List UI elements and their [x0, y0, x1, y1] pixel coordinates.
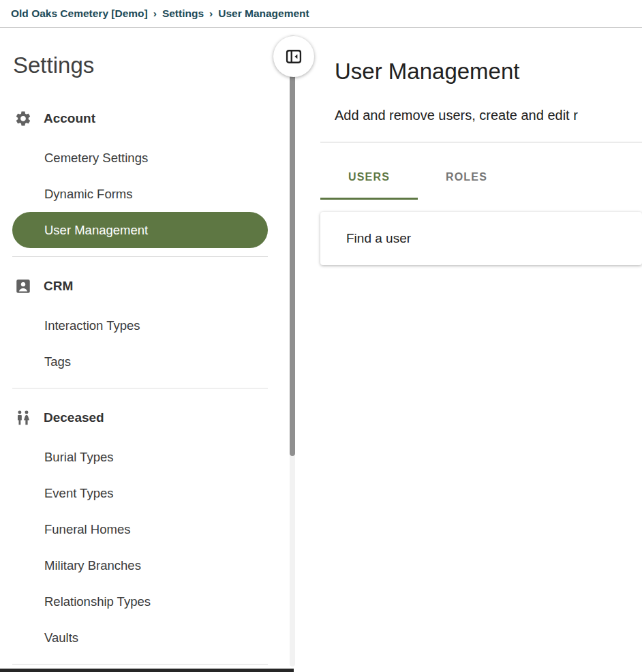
- collapse-panel-icon: [284, 47, 303, 66]
- collapse-sidebar-button[interactable]: [273, 36, 314, 77]
- settings-sidebar: Settings Account Cemetery Settings Dynam…: [0, 28, 296, 672]
- page-title: User Management: [320, 60, 642, 83]
- find-user-label: Find a user: [346, 231, 411, 246]
- tab-roles[interactable]: ROLES: [418, 142, 515, 200]
- sidebar-divider: [12, 388, 268, 388]
- section-header-crm: CRM: [0, 265, 296, 307]
- find-user-field[interactable]: Find a user: [320, 212, 642, 265]
- sidebar-title: Settings: [13, 52, 296, 78]
- sidebar-divider: [12, 256, 268, 257]
- sidebar-item-dynamic-forms[interactable]: Dynamic Forms: [0, 176, 296, 212]
- section-label-crm: CRM: [44, 279, 73, 294]
- sidebar-item-vaults[interactable]: Vaults: [0, 620, 296, 656]
- sidebar-cut-element: [0, 669, 294, 672]
- section-label-account: Account: [44, 111, 95, 126]
- sidebar-scrollbar-thumb[interactable]: [290, 65, 295, 456]
- gear-icon: [14, 109, 33, 128]
- section-label-deceased: Deceased: [44, 410, 104, 425]
- sidebar-divider: [12, 664, 268, 665]
- page-subtitle: Add and remove users, create and edit r: [320, 108, 642, 123]
- sidebar-item-interaction-types[interactable]: Interaction Types: [0, 307, 296, 343]
- breadcrumb: Old Oaks Cemetery [Demo] › Settings › Us…: [0, 0, 642, 28]
- sidebar-item-military-branches[interactable]: Military Branches: [0, 547, 296, 583]
- sidebar-item-cemetery-settings[interactable]: Cemetery Settings: [0, 140, 296, 176]
- app-layout: Settings Account Cemetery Settings Dynam…: [0, 28, 642, 672]
- tab-users[interactable]: USERS: [320, 142, 418, 200]
- breadcrumb-separator: ›: [153, 7, 157, 20]
- two-people-icon: [14, 408, 33, 427]
- section-header-deceased: Deceased: [0, 397, 296, 439]
- main-content: User Management Add and remove users, cr…: [296, 28, 642, 672]
- tab-bar: USERS ROLES: [320, 142, 642, 200]
- sidebar-item-burial-types[interactable]: Burial Types: [0, 439, 296, 475]
- sidebar-item-funeral-homes[interactable]: Funeral Homes: [0, 511, 296, 547]
- sidebar-item-tags[interactable]: Tags: [0, 343, 296, 380]
- sidebar-item-user-management[interactable]: User Management: [12, 212, 268, 248]
- sidebar-item-relationship-types[interactable]: Relationship Types: [0, 583, 296, 620]
- breadcrumb-item-user-management[interactable]: User Management: [218, 7, 309, 20]
- breadcrumb-item-settings[interactable]: Settings: [162, 7, 204, 20]
- breadcrumb-separator: ›: [209, 7, 213, 20]
- breadcrumb-item-cemetery[interactable]: Old Oaks Cemetery [Demo]: [11, 7, 148, 20]
- sidebar-item-event-types[interactable]: Event Types: [0, 475, 296, 511]
- contact-card-icon: [14, 277, 33, 296]
- section-header-account: Account: [0, 97, 296, 140]
